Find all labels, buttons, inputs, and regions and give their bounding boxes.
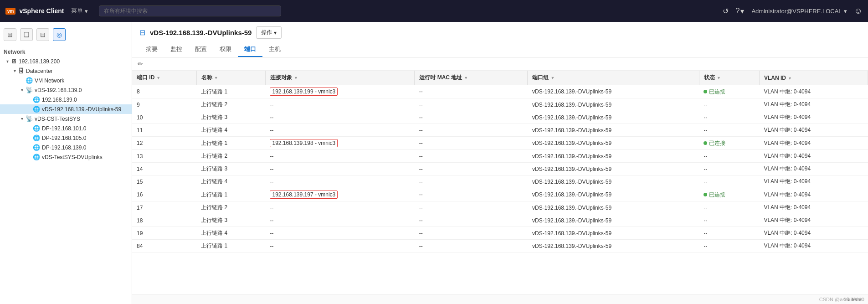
- status-dot: [704, 90, 707, 93]
- refresh-button[interactable]: ↺: [723, 7, 729, 15]
- cell-7-3: --: [415, 175, 528, 188]
- table-row[interactable]: 9上行链路 2----vDS-192.168.139.-DVUplinks-59…: [132, 98, 868, 111]
- col-header-connect_target[interactable]: 连接对象▼: [265, 71, 414, 85]
- sidebar-item-dp1[interactable]: 🌐 DP-192.168.101.0: [0, 124, 132, 133]
- cell-2-1: 上行链路 3: [196, 111, 265, 124]
- cell-11-3: --: [415, 227, 528, 240]
- table-row[interactable]: 10上行链路 3----vDS-192.168.139.-DVUplinks-5…: [132, 111, 868, 124]
- table-row[interactable]: 84上行链路 1----vDS-192.168.139.-DVUplinks-5…: [132, 240, 868, 252]
- tree-icon-vmnet: 🌐: [26, 77, 33, 84]
- tab-summary[interactable]: 摘要: [139, 42, 164, 57]
- col-header-port_id[interactable]: 端口 ID▼: [132, 71, 196, 85]
- tree-toggle-vcst: ▾: [18, 116, 26, 121]
- table-body: 8上行链路 1192.168.139.199 - vmnic3--vDS-192…: [132, 85, 868, 252]
- connect-target-highlight: 192.168.139.199 - vmnic3: [270, 88, 338, 96]
- cell-4-3: --: [415, 137, 528, 150]
- col-header-vlan_id[interactable]: VLAN ID▼: [759, 71, 868, 85]
- sidebar-item-host1[interactable]: ▾ 🖥 192.168.139.200: [0, 57, 132, 66]
- help-button[interactable]: ? ▾: [736, 7, 745, 15]
- menu-chevron-icon: ▾: [85, 8, 88, 15]
- user-menu[interactable]: Administrator@VSPHERE.LOCAL ▾: [751, 8, 847, 15]
- app-logo: vm vSphere Client: [5, 7, 64, 15]
- sidebar-tree: ▾ 🖥 192.168.139.200 ▾ 🗄 Datacenter 🌐 VM …: [0, 57, 132, 162]
- content-title-row: ⊟ vDS-192.168.139.-DVUplinks-59 操作 ▾: [139, 26, 861, 39]
- table-row[interactable]: 19上行链路 4----vDS-192.168.139.-DVUplinks-5…: [132, 227, 868, 240]
- cell-0-6: VLAN 中继: 0-4094: [759, 85, 868, 98]
- col-header-mac[interactable]: 运行时 MAC 地址▼: [415, 71, 528, 85]
- tabs-bar: 摘要监控配置权限端口主机: [139, 42, 861, 57]
- tree-toggle-host1: ▾: [4, 59, 11, 64]
- table-row[interactable]: 15上行链路 4----vDS-192.168.139.-DVUplinks-5…: [132, 175, 868, 188]
- col-header-status[interactable]: 状态▼: [699, 71, 759, 85]
- table-row[interactable]: 12上行链路 1192.168.139.198 - vmnic3--vDS-19…: [132, 137, 868, 150]
- sidebar-item-vcst[interactable]: ▾ 📡 vDS-CST-TestSYS: [0, 114, 132, 124]
- tree-icon-vds1ip: 🌐: [33, 96, 40, 103]
- table-toolbar: ✏: [132, 57, 868, 71]
- top-navigation: vm vSphere Client 菜单 ▾ ↺ ? ▾ Administrat…: [0, 0, 868, 22]
- ports-table: 端口 ID▼名称▼连接对象▼运行时 MAC 地址▼端口组▼状态▼VLAN ID▼…: [132, 71, 868, 252]
- sidebar-item-dp3[interactable]: 🌐 DP-192.168.139.0: [0, 143, 132, 152]
- cell-6-4: vDS-192.168.139.-DVUplinks-59: [528, 163, 699, 175]
- cell-12-0: 84: [132, 240, 196, 252]
- sidebar-item-vds1ip[interactable]: 🌐 192.168.139.0: [0, 95, 132, 104]
- cell-11-2: --: [265, 227, 414, 240]
- sidebar-icon-list[interactable]: ❑: [20, 28, 33, 41]
- table-row[interactable]: 14上行链路 3----vDS-192.168.139.-DVUplinks-5…: [132, 163, 868, 175]
- tab-ports[interactable]: 端口: [238, 42, 262, 57]
- cell-7-6: VLAN 中继: 0-4094: [759, 175, 868, 188]
- sidebar-icon-grid[interactable]: ⊞: [4, 28, 16, 41]
- tree-icon-host1: 🖥: [11, 58, 17, 65]
- sidebar-item-vmnet[interactable]: 🌐 VM Network: [0, 76, 132, 85]
- tab-hosts[interactable]: 主机: [262, 42, 287, 57]
- topnav-right-area: ↺ ? ▾ Administrator@VSPHERE.LOCAL ▾ ☺: [723, 6, 863, 16]
- tree-icon-vds1: 📡: [26, 87, 33, 93]
- sort-icon-port_id: ▼: [156, 76, 160, 80]
- cell-7-1: 上行链路 4: [196, 175, 265, 188]
- sidebar-item-vds1[interactable]: ▾ 📡 vDS-192.168.139.0: [0, 85, 132, 95]
- table-row[interactable]: 18上行链路 3----vDS-192.168.139.-DVUplinks-5…: [132, 214, 868, 227]
- sidebar-item-vds1up[interactable]: 🌐 vDS-192.168.139.-DVUplinks-59: [0, 104, 132, 114]
- sidebar-item-vdstest[interactable]: 🌐 vDS-TestSYS-DVUplinks: [0, 152, 132, 162]
- cell-9-3: --: [415, 201, 528, 214]
- smiley-icon[interactable]: ☺: [854, 6, 863, 16]
- table-footer: 16 items: [132, 294, 868, 304]
- tree-label-vdstest: vDS-TestSYS-DVUplinks: [42, 154, 103, 160]
- cell-6-6: VLAN 中继: 0-4094: [759, 163, 868, 175]
- sidebar-icon-network[interactable]: ◎: [53, 28, 66, 41]
- sidebar-icon-db[interactable]: ⊟: [36, 28, 49, 41]
- action-chevron-icon: ▾: [274, 30, 277, 36]
- table-row[interactable]: 11上行链路 4----vDS-192.168.139.-DVUplinks-5…: [132, 124, 868, 137]
- tab-monitor[interactable]: 监控: [164, 42, 189, 57]
- col-header-name[interactable]: 名称▼: [196, 71, 265, 85]
- status-connected: 已连接: [704, 88, 725, 96]
- search-input[interactable]: [99, 5, 281, 16]
- cell-11-4: vDS-192.168.139.-DVUplinks-59: [528, 227, 699, 240]
- cell-9-5: --: [699, 201, 759, 214]
- edit-icon[interactable]: ✏: [138, 60, 143, 67]
- sidebar-item-dc1[interactable]: ▾ 🗄 Datacenter: [0, 66, 132, 76]
- cell-10-4: vDS-192.168.139.-DVUplinks-59: [528, 214, 699, 227]
- table-row[interactable]: 17上行链路 2----vDS-192.168.139.-DVUplinks-5…: [132, 201, 868, 214]
- cell-6-1: 上行链路 3: [196, 163, 265, 175]
- menu-button[interactable]: 菜单 ▾: [71, 7, 88, 15]
- table-scroll[interactable]: 端口 ID▼名称▼连接对象▼运行时 MAC 地址▼端口组▼状态▼VLAN ID▼…: [132, 71, 868, 294]
- sidebar-icon-bar: ⊞ ❑ ⊟ ◎: [0, 26, 132, 44]
- cell-8-3: --: [415, 188, 528, 201]
- cell-11-1: 上行链路 4: [196, 227, 265, 240]
- tab-config[interactable]: 配置: [189, 42, 213, 57]
- cell-12-5: --: [699, 240, 759, 252]
- table-row[interactable]: 16上行链路 1192.168.139.197 - vmnic3--vDS-19…: [132, 188, 868, 201]
- cell-5-0: 13: [132, 150, 196, 163]
- cell-2-0: 10: [132, 111, 196, 124]
- main-layout: ⊞ ❑ ⊟ ◎ Network ▾ 🖥 192.168.139.200 ▾ 🗄 …: [0, 22, 868, 304]
- table-row[interactable]: 8上行链路 1192.168.139.199 - vmnic3--vDS-192…: [132, 85, 868, 98]
- action-button[interactable]: 操作 ▾: [256, 26, 282, 39]
- sidebar-item-dp2[interactable]: 🌐 DP-192.168.105.0: [0, 133, 132, 143]
- tree-icon-vds1up: 🌐: [33, 106, 40, 113]
- cell-6-0: 14: [132, 163, 196, 175]
- col-header-port_group[interactable]: 端口组▼: [528, 71, 699, 85]
- tab-permissions[interactable]: 权限: [213, 42, 238, 57]
- cell-0-2: 192.168.139.199 - vmnic3: [265, 85, 414, 98]
- table-row[interactable]: 13上行链路 2----vDS-192.168.139.-DVUplinks-5…: [132, 150, 868, 163]
- tree-label-host1: 192.168.139.200: [19, 58, 60, 65]
